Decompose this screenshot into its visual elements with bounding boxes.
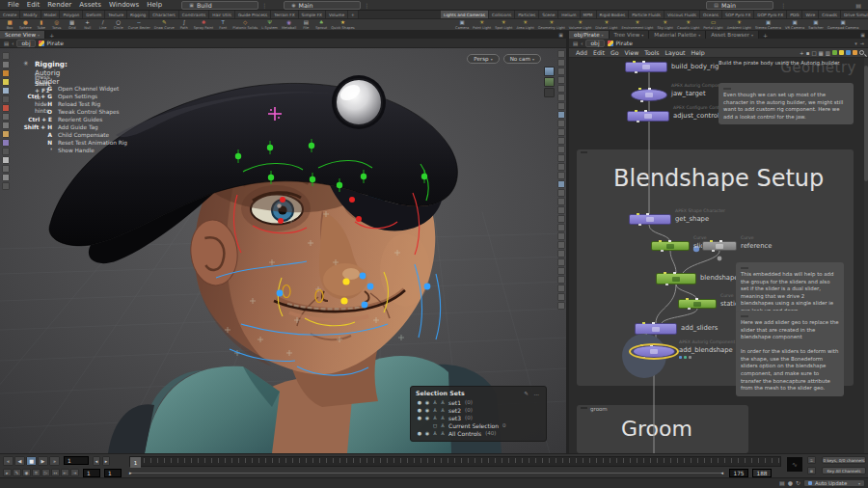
viewport-tool-icon[interactable]: [2, 182, 10, 190]
shelf-tool-ambient-light[interactable]: ☀Ambient Light: [725, 19, 753, 30]
viewport-display-icon[interactable]: [557, 137, 565, 145]
shelf-tab-constraints[interactable]: Constraints: [179, 11, 210, 19]
viewport-tool-icon[interactable]: [2, 52, 10, 60]
shelf-tool-grid[interactable]: ▦Grid: [65, 19, 80, 30]
shelf-tab-collisions[interactable]: Collisions: [489, 11, 515, 19]
search-icon[interactable]: [859, 50, 864, 55]
shelf-tab-sop-pyro-fx[interactable]: SOP Pyro FX: [722, 11, 754, 19]
network-toolbar-color-icon[interactable]: [846, 50, 851, 55]
shelf-tool-portal-light[interactable]: ▭Portal Light: [701, 19, 724, 30]
shelf-tool-area-light[interactable]: ☀Area Light: [514, 19, 535, 30]
viewport-tool-icon[interactable]: [2, 165, 10, 173]
selection-set-row[interactable]: ◻♙Current Selection0: [416, 421, 541, 429]
shelf-tab-texture[interactable]: Texture: [105, 11, 127, 19]
shelf-tool-spray-paint[interactable]: ✱Spray Paint: [192, 19, 215, 30]
viewport-display-icon[interactable]: [557, 111, 565, 119]
shelf-tab-lights-and-cameras[interactable]: Lights and Cameras: [441, 11, 489, 19]
viewport-display-icon[interactable]: [557, 206, 565, 214]
snapshot-thumb[interactable]: [544, 77, 555, 87]
current-frame-field[interactable]: 1: [64, 456, 89, 465]
selection-set-icon[interactable]: ●: [416, 407, 423, 413]
path-context-chip[interactable]: obj: [585, 40, 604, 47]
path-pin-icon[interactable]: ⇥: [860, 41, 864, 46]
shelf-tool-box[interactable]: ■Box: [2, 19, 17, 30]
selection-set-icon[interactable]: ♙: [431, 399, 439, 405]
selection-set-icon[interactable]: ♙: [431, 430, 439, 436]
shelf-tool-l-system[interactable]: ΨL-System: [259, 19, 280, 30]
network-menu-layout[interactable]: Layout: [663, 49, 689, 56]
shelf-tool-path[interactable]: ∫Path: [176, 19, 192, 30]
shelf-tab-guide-process[interactable]: Guide Process: [235, 11, 271, 19]
auto-update-selector[interactable]: Auto Update ▾: [803, 479, 865, 487]
node-static-sliders[interactable]: [678, 299, 717, 309]
playbar-option-icon[interactable]: ✎: [13, 469, 21, 476]
shelf-tool-sprout[interactable]: ♠Sprout: [313, 19, 329, 30]
transport-step-forward-button[interactable]: »: [49, 456, 60, 466]
viewport-display-icon[interactable]: [557, 163, 565, 171]
playbar-option-icon[interactable]: ▸: [3, 469, 12, 476]
viewport-display-icon[interactable]: [557, 198, 565, 205]
shelf-tool-line[interactable]: /Line: [95, 19, 111, 30]
shelf-tool-draw-curve[interactable]: ✎Draw Curve: [152, 19, 176, 30]
viewport-display-icon[interactable]: [557, 224, 565, 231]
selection-set-icon[interactable]: ♙: [431, 415, 439, 420]
shelf-tab-volume[interactable]: Volume: [326, 11, 348, 19]
sticky-note[interactable]: Build the pirate body using the Autorig …: [719, 60, 854, 68]
shelf-tab-pdg[interactable]: PDG: [787, 11, 802, 19]
network-toolbar-icon[interactable]: ▥: [826, 50, 830, 56]
selection-set-icon[interactable]: ◉: [423, 415, 431, 420]
persp-menu[interactable]: Persp▾: [467, 54, 499, 64]
network-path-icon[interactable]: ▤: [573, 41, 578, 46]
status-icon[interactable]: ↻: [796, 479, 800, 486]
node-get-shape[interactable]: [629, 214, 671, 225]
selection-set-icon[interactable]: ◉: [423, 399, 431, 405]
camera-select-menu[interactable]: No cam▾: [503, 54, 541, 64]
motionfx-thumbnail[interactable]: ∿: [786, 456, 803, 473]
shelf-tab-model[interactable]: Model: [41, 11, 61, 19]
transport-rewind-button[interactable]: «: [3, 456, 14, 466]
network-menu-edit[interactable]: Edit: [590, 49, 608, 56]
shelf-tab-mpm[interactable]: MPM: [581, 11, 597, 19]
viewport-display-icon[interactable]: [557, 285, 565, 292]
viewport-display-icon[interactable]: [557, 94, 565, 101]
viewport-display-icon[interactable]: [557, 68, 565, 75]
viewport-snapshot-thumbs[interactable]: [544, 67, 555, 97]
key-icon[interactable]: ⚿: [807, 456, 816, 464]
network-path-icon[interactable]: ▤: [4, 41, 9, 46]
shelf-tab-wire[interactable]: Wire: [802, 11, 819, 19]
keys-summary-button[interactable]: 0 keys, 0/0 channels: [822, 456, 866, 464]
shelf-tab-create[interactable]: Create: [0, 11, 20, 19]
shelf-tool-environment-light[interactable]: ☀Environment Light: [619, 19, 655, 30]
menu-edit[interactable]: Edit: [23, 1, 44, 9]
shelf-tool-stereo-camera[interactable]: ▣Stereo Camera: [753, 19, 783, 30]
pane-layout-selector[interactable]: ▤ Main: [706, 1, 773, 10]
viewport-display-icon[interactable]: [557, 102, 565, 110]
shelf-tool-torus[interactable]: ◎Torus: [49, 19, 65, 30]
shelf-tool-null[interactable]: +Null: [80, 19, 95, 30]
viewport-display-icon[interactable]: [557, 276, 565, 284]
selection-set-icon[interactable]: ◉: [423, 430, 431, 436]
tab-tree-view[interactable]: Tree View▾: [610, 31, 650, 39]
shelf-tool-volume-light[interactable]: ☀Volume Light: [567, 19, 593, 30]
shelf-tool-sky-light[interactable]: ☀Sky Light: [655, 19, 674, 30]
network-toolbar-icon[interactable]: □: [811, 50, 816, 56]
network-menu-go[interactable]: Go: [608, 49, 622, 56]
shelf-tool-font[interactable]: TFont: [215, 19, 231, 30]
network-editor[interactable]: Geometry Blendshape SetupgroomGroom buil…: [569, 58, 864, 453]
shelf-tab-drive-simulation[interactable]: Drive Simulation: [841, 11, 868, 19]
shelf-tab-oceans[interactable]: Oceans: [700, 11, 722, 19]
shelf-tab-viscous-fluids[interactable]: Viscous Fluids: [665, 11, 700, 19]
selection-set-icon[interactable]: ♙: [439, 422, 447, 428]
viewport-display-icon[interactable]: [557, 120, 565, 127]
network-menu-tools[interactable]: Tools: [641, 49, 662, 56]
transport-step-back-button[interactable]: ◀: [14, 456, 25, 466]
path-context-chip[interactable]: obj: [16, 40, 35, 47]
selection-set-icon[interactable]: ●: [416, 415, 423, 420]
network-toolbar-icon[interactable]: ▦: [819, 50, 824, 56]
selection-set-icon[interactable]: ♙: [439, 399, 447, 405]
viewport-tool-icon[interactable]: [2, 156, 10, 164]
path-back-icon[interactable]: ‹: [12, 41, 14, 46]
viewport-display-icon[interactable]: [557, 146, 565, 153]
viewport-display-icon[interactable]: [557, 172, 565, 179]
viewport-display-icon[interactable]: [557, 250, 565, 258]
